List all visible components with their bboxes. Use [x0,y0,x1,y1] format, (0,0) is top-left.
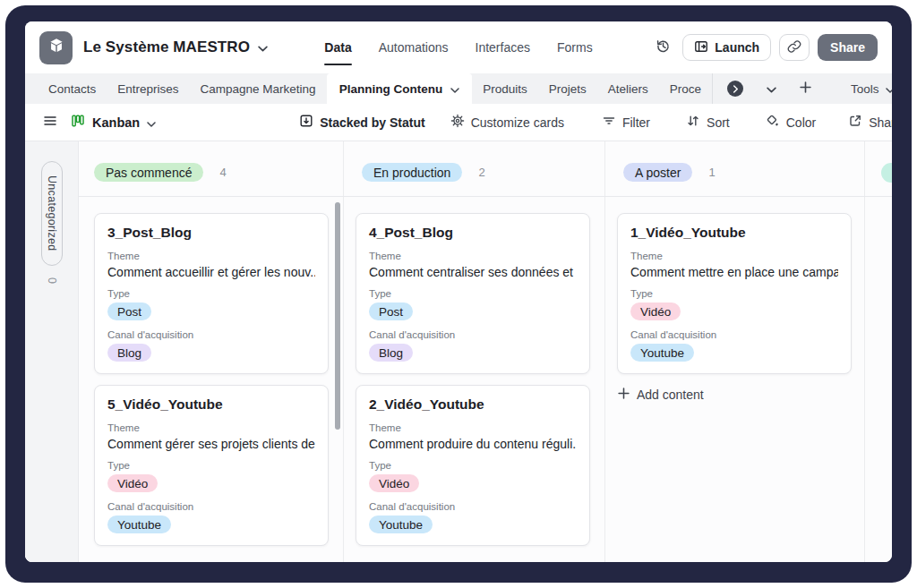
history-button[interactable] [651,36,674,59]
chevron-down-icon [886,82,892,96]
nav-tab-interfaces[interactable]: Interfaces [476,21,530,73]
canal-pill: Blog [369,344,413,362]
type-pill: Vidéo [369,474,419,492]
nav-tab-data[interactable]: Data [324,21,351,73]
card-field-canal: Canal d'acquisition Blog [107,329,315,362]
kanban-card[interactable]: 2_Vidéo_Youtube Theme Comment produire d… [356,385,590,546]
scroll-tabs-right-button[interactable] [727,81,743,97]
tab-produits[interactable]: Produits [472,73,538,104]
kanban-card[interactable]: 5_Vidéo_Youtube Theme Comment gérer ses … [94,385,329,546]
card-field-type: Type Vidéo [369,460,577,492]
column-scrollbar[interactable] [335,202,340,430]
field-value: Comment gérer ses projets clients de... [107,437,315,451]
canal-pill: Blog [107,344,151,362]
color-button[interactable]: Color [766,114,816,131]
kanban-card[interactable]: 3_Post_Blog Theme Comment accueillir et … [94,213,329,374]
add-table-button[interactable] [800,81,811,97]
view-toolbar: Kanban Stacked by Statut [25,104,892,141]
card-field-canal: Canal d'acquisition Youtube [369,501,577,533]
card-title: 5_Vidéo_Youtube [107,396,315,413]
share-label: Share [830,40,865,55]
column-count: 4 [219,166,226,179]
card-field-theme: Theme Comment gérer ses projets clients … [107,422,315,451]
filter-button[interactable]: Filter [602,114,650,131]
tab-projets[interactable]: Projets [538,73,597,104]
field-label: Theme [369,251,577,261]
field-label: Canal d'acquisition [369,501,577,512]
share-view-button[interactable]: Share view [848,114,892,131]
tools-menu-button[interactable]: Tools [851,82,892,96]
stacked-by-button[interactable]: Stacked by Statut [299,114,424,131]
card-field-type: Type Vidéo [630,288,838,320]
field-label: Theme [369,422,577,433]
sort-label: Sort [707,115,730,130]
history-icon [656,38,671,56]
column-count: 2 [478,166,484,179]
card-title: 3_Post_Blog [107,225,315,241]
kanban-card[interactable]: 1_Vidéo_Youtube Theme Comment mettre en … [617,213,852,374]
base-title-button[interactable]: Le Système MAESTRO [83,38,268,56]
chevron-right-icon [733,81,739,97]
card-title: 4_Post_Blog [369,225,577,241]
nav-tab-forms[interactable]: Forms [557,21,593,73]
field-value: Comment centraliser ses données et ... [369,265,577,279]
filter-label: Filter [622,115,650,130]
sort-button[interactable]: Sort [686,114,730,131]
card-field-canal: Canal d'acquisition Youtube [630,329,838,362]
next-column-peek [865,141,892,562]
kanban-card[interactable]: 4_Post_Blog Theme Comment centraliser se… [356,213,590,374]
chevron-down-icon [147,115,156,130]
header-actions: Launch Share [651,34,878,61]
column-header [865,141,892,196]
tab-entreprises[interactable]: Entreprises [107,73,189,104]
view-sidebar-toggle[interactable] [43,114,57,131]
chevron-down-icon [767,81,776,97]
filter-icon [602,114,616,131]
tabbar-divider [712,73,713,104]
uncategorized-count: 0 [46,277,58,284]
color-label: Color [786,115,816,130]
field-label: Canal d'acquisition [107,501,315,512]
share-button[interactable]: Share [818,34,878,61]
field-label: Type [107,460,315,471]
column-header: Pas commencé 4 [79,141,343,196]
base-title: Le Système MAESTRO [83,38,250,56]
card-field-theme: Theme Comment mettre en place une campa.… [630,251,838,279]
nav-tab-automations[interactable]: Automations [379,21,449,73]
all-tables-menu-button[interactable] [767,81,776,97]
card-field-type: Type Post [107,288,315,320]
hamburger-icon [43,114,57,131]
card-field-theme: Theme Comment accueillir et gérer les no… [107,251,315,279]
plus-icon [618,388,630,402]
stacked-by-label: Stacked by Statut [320,115,424,130]
card-stack: 4_Post_Blog Theme Comment centraliser se… [344,196,604,546]
column-count: 1 [708,166,715,179]
launch-icon [694,39,708,56]
view-switcher-kanban[interactable]: Kanban [71,114,156,131]
status-badge: Pas commencé [94,163,203,182]
card-title: 1_Vidéo_Youtube [630,225,838,241]
field-label: Theme [107,251,315,261]
chevron-down-icon [450,82,459,96]
tab-planning-contenu-active[interactable]: Planning Contenu [327,73,473,104]
launch-button[interactable]: Launch [682,34,771,61]
tab-processus-clipped[interactable]: Proce [659,73,712,104]
card-field-theme: Theme Comment produire du contenu réguli… [369,422,577,451]
copy-link-button[interactable] [779,34,810,61]
tab-contacts[interactable]: Contacts [38,73,107,104]
header-divider-line [79,196,892,197]
field-label: Type [369,460,577,471]
stacked-field-icon [299,114,313,131]
gear-icon [450,114,465,131]
customize-cards-button[interactable]: Customize cards [450,114,564,131]
tab-campagne-marketing[interactable]: Campagne Marketing [190,73,327,104]
type-pill: Post [107,303,151,320]
tab-ateliers[interactable]: Ateliers [597,73,659,104]
kanban-board: Uncategorized 0 Pas commencé 4 3_Post_Bl… [25,141,892,562]
uncategorized-column-collapsed[interactable]: Uncategorized [41,161,63,266]
chevron-down-icon [258,39,268,55]
type-pill: Post [369,303,413,320]
paint-color-icon [766,114,780,131]
add-content-button[interactable]: Add content [618,388,864,402]
type-pill: Vidéo [630,303,681,320]
